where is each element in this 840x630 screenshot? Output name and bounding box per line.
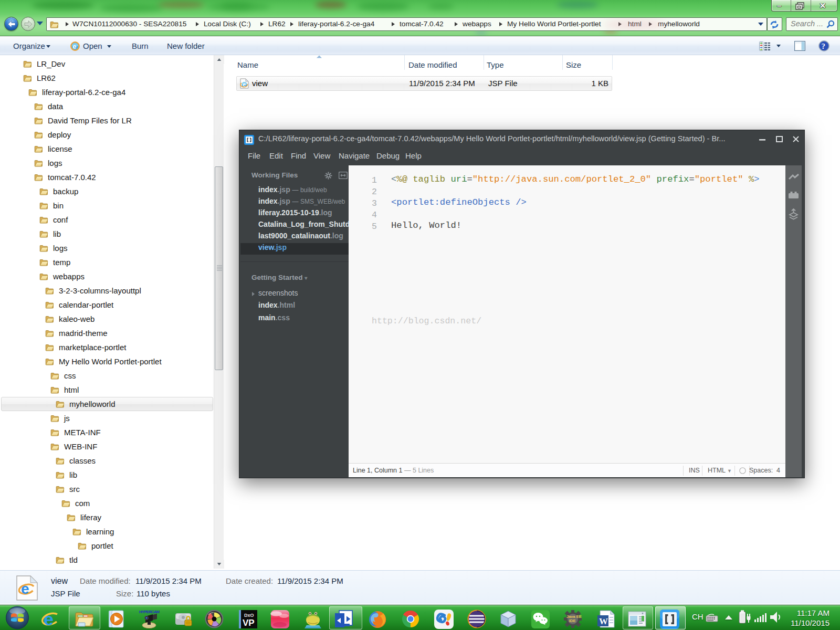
svg-text:e: e xyxy=(72,43,76,50)
svg-text:DxO: DxO xyxy=(244,613,254,618)
svg-text:HYPERCAM: HYPERCAM xyxy=(139,610,160,614)
svg-text:W: W xyxy=(599,616,608,626)
svg-text:e: e xyxy=(44,609,54,629)
svg-text:e: e xyxy=(21,581,29,597)
svg-text:IDE: IDE xyxy=(569,618,576,623)
svg-text:VP: VP xyxy=(243,618,255,628)
svg-text:?: ? xyxy=(822,42,826,50)
